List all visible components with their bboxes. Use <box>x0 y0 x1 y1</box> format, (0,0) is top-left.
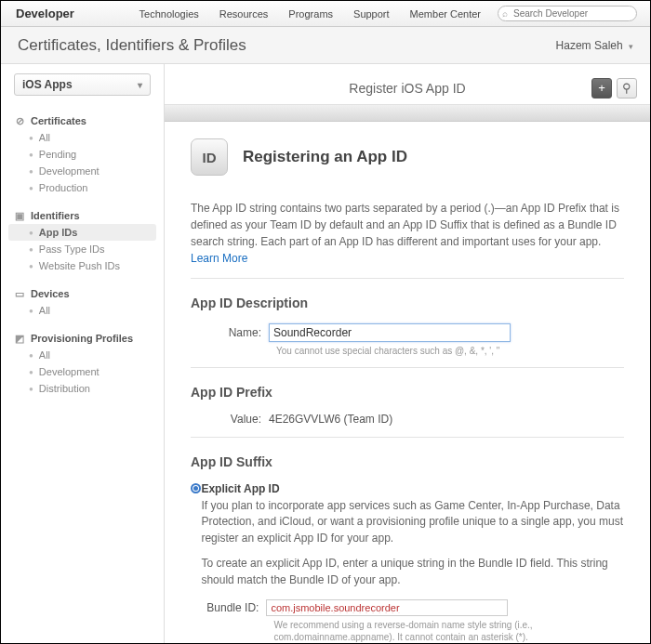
section-heading: App ID Prefix <box>191 385 624 400</box>
bullet-icon: ● <box>29 167 33 176</box>
name-label: Name: <box>191 326 269 339</box>
bullet-icon: ● <box>29 351 33 360</box>
app-id-prefix-section: App ID Prefix Value: 4E26GVVLW6 (Team ID… <box>191 385 624 426</box>
page-title-bar: Register iOS App ID + ⚲ <box>165 72 650 105</box>
sidebar: iOS Apps ▾ ⊘ Certificates ●All ●Pending … <box>1 64 165 643</box>
hero: ID Registering an App ID <box>191 138 624 176</box>
nav-programs[interactable]: Programs <box>288 8 333 20</box>
certificates-icon: ⊘ <box>14 115 25 126</box>
hero-heading: Registering an App ID <box>243 148 407 166</box>
page-header: Certificates, Identifiers & Profiles Haz… <box>1 27 650 64</box>
bundle-id-label: Bundle ID: <box>201 601 266 614</box>
search-input[interactable] <box>498 6 637 21</box>
sidebar-item-cert-dev[interactable]: ●Development <box>1 163 164 179</box>
caret-down-icon: ▾ <box>138 80 142 90</box>
plus-icon: + <box>598 81 605 95</box>
app-id-description-section: App ID Description Name: You cannot use … <box>191 296 624 356</box>
add-button[interactable]: + <box>591 78 612 99</box>
platform-label: iOS Apps <box>22 78 73 91</box>
divider <box>191 367 624 368</box>
value-label: Value: <box>191 413 269 426</box>
bullet-icon: ● <box>29 184 33 192</box>
nav-resources[interactable]: Resources <box>219 8 269 20</box>
bullet-icon: ● <box>29 229 33 237</box>
divider <box>191 437 624 438</box>
explicit-app-id-radio[interactable] <box>191 483 201 493</box>
sidebar-head-identifiers[interactable]: ▣ Identifiers <box>1 207 164 224</box>
chevron-down-icon: ▾ <box>629 42 633 51</box>
brand[interactable]: Developer <box>10 7 74 20</box>
sidebar-item-prov-all[interactable]: ●All <box>1 347 164 363</box>
platform-selector[interactable]: iOS Apps ▾ <box>14 73 151 96</box>
intro-text: The App ID string contains two parts sep… <box>191 200 624 267</box>
section-heading: App ID Description <box>191 296 624 310</box>
title-search-button[interactable]: ⚲ <box>617 78 637 99</box>
section-heading: App ID Suffix <box>191 454 624 469</box>
sidebar-section-devices: ▭ Devices ●All <box>1 280 164 324</box>
sidebar-item-prov-dist[interactable]: ●Distribution <box>1 380 164 397</box>
gradient-divider <box>165 105 650 122</box>
divider <box>191 278 624 279</box>
name-input[interactable] <box>269 323 511 342</box>
sidebar-section-identifiers: ▣ Identifiers ●App IDs ●Pass Type IDs ●W… <box>1 202 164 280</box>
page-title: Register iOS App ID <box>349 81 465 96</box>
nav-member-center[interactable]: Member Center <box>410 8 481 20</box>
sidebar-section-certificates: ⊘ Certificates ●All ●Pending ●Developmen… <box>1 107 164 202</box>
user-menu[interactable]: Hazem Saleh ▾ <box>556 39 633 52</box>
id-badge-icon: ID <box>191 138 228 176</box>
sidebar-item-website-push[interactable]: ●Website Push IDs <box>1 257 164 274</box>
provisioning-icon: ◩ <box>14 333 25 344</box>
prefix-value: 4E26GVVLW6 (Team ID) <box>269 413 392 426</box>
bullet-icon: ● <box>29 307 33 315</box>
sidebar-item-devices-all[interactable]: ●All <box>1 302 164 319</box>
brand-label: Developer <box>16 7 74 20</box>
sidebar-section-provisioning: ◩ Provisioning Profiles ●All ●Developmen… <box>1 324 164 402</box>
main-content: Register iOS App ID + ⚲ ID Registering a… <box>165 64 650 643</box>
sidebar-item-cert-prod[interactable]: ●Production <box>1 179 164 196</box>
bundle-id-input[interactable] <box>266 599 508 616</box>
search-icon: ⚲ <box>622 81 631 95</box>
sidebar-head-provisioning[interactable]: ◩ Provisioning Profiles <box>1 330 164 347</box>
search-icon: ⌕ <box>502 8 508 19</box>
devices-icon: ▭ <box>14 288 25 299</box>
sidebar-item-cert-all[interactable]: ●All <box>1 129 164 146</box>
sidebar-item-app-ids[interactable]: ●App IDs <box>8 224 156 241</box>
bullet-icon: ● <box>29 151 33 159</box>
search-wrap: ⌕ <box>498 6 637 21</box>
topnav-links: Technologies Resources Programs Support … <box>140 8 481 20</box>
bullet-icon: ● <box>29 368 33 376</box>
bundle-id-hint: We recommend using a reverse-domain name… <box>273 619 624 643</box>
bullet-icon: ● <box>29 245 33 254</box>
sidebar-head-certificates[interactable]: ⊘ Certificates <box>1 112 164 129</box>
sidebar-head-devices[interactable]: ▭ Devices <box>1 285 164 302</box>
sidebar-item-cert-pending[interactable]: ●Pending <box>1 146 164 163</box>
bullet-icon: ● <box>29 262 33 270</box>
sidebar-item-prov-dev[interactable]: ●Development <box>1 363 164 380</box>
sidebar-item-pass-type[interactable]: ●Pass Type IDs <box>1 241 164 257</box>
learn-more-link[interactable]: Learn More <box>191 252 247 265</box>
user-name: Hazem Saleh <box>556 39 623 52</box>
explicit-title: Explicit App ID <box>201 482 624 495</box>
nav-support[interactable]: Support <box>353 8 390 20</box>
identifiers-icon: ▣ <box>14 210 25 221</box>
bullet-icon: ● <box>29 134 33 142</box>
explicit-desc-2: To create an explicit App ID, enter a un… <box>201 556 624 588</box>
explicit-desc-1: If you plan to incorporate app services … <box>201 498 624 546</box>
header-title: Certificates, Identifiers & Profiles <box>18 36 246 55</box>
bullet-icon: ● <box>29 385 33 393</box>
global-nav: Developer Technologies Resources Program… <box>1 1 650 27</box>
name-hint: You cannot use special characters such a… <box>276 346 624 356</box>
app-id-suffix-section: App ID Suffix Explicit App ID If you pla… <box>191 454 624 643</box>
nav-technologies[interactable]: Technologies <box>140 8 199 20</box>
